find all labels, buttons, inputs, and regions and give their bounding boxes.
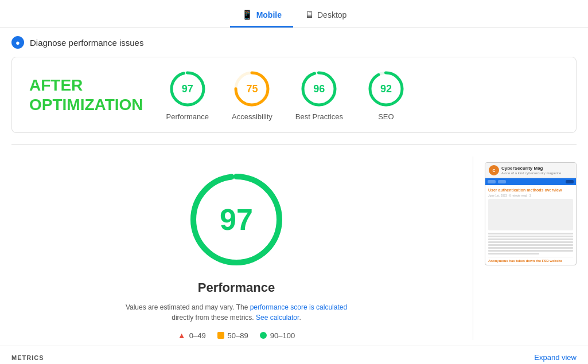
scores-row: 97 Performance 75 Accessibility [166, 69, 406, 121]
big-circle: 97 [185, 168, 288, 271]
legend-row: ▲ 0–49 50–89 90–100 [178, 331, 295, 340]
left-panel: 97 Performance Values are estimated and … [11, 156, 461, 340]
calculator-link[interactable]: See calculator [256, 314, 299, 322]
preview-nav [485, 178, 576, 185]
score-num-accessibility: 75 [246, 83, 258, 95]
vertical-divider [473, 156, 473, 340]
diagnose-icon: ● [11, 36, 24, 49]
preview-site-sub: A one of a kind cybersecurity magazine [501, 171, 561, 175]
square-icon [217, 332, 224, 339]
tab-mobile-label: Mobile [256, 10, 282, 19]
perf-score-link[interactable]: performance score is calculated [250, 303, 347, 311]
metrics-footer: METRICS Expand view [0, 346, 588, 364]
circle-accessibility: 75 [232, 69, 272, 109]
preview-footer-link: Anonymous has taken down the FSB website [488, 257, 573, 263]
expand-view-link[interactable]: Expand view [534, 353, 577, 362]
preview-text-lines [488, 233, 573, 255]
circle-best-practices: 96 [299, 69, 339, 109]
preview-headline: User authentication methods overview [488, 187, 573, 193]
score-num-seo: 92 [380, 83, 392, 95]
values-note: Values are estimated and may vary. The p… [126, 302, 347, 323]
preview-meta: June 1st, 2023 · 8 minute read · 3 [488, 194, 573, 197]
nav-dot-2 [498, 180, 506, 183]
desktop-icon: 🖥 [305, 10, 314, 20]
metrics-label: METRICS [11, 354, 44, 361]
legend-green: 90–100 [260, 331, 295, 340]
optimization-card: AFTER OPTIMIZATION 97 Performance 75 [11, 57, 577, 133]
circle-performance: 97 [168, 69, 208, 109]
preview-logo: C [489, 165, 499, 175]
triangle-icon: ▲ [178, 331, 186, 340]
legend-orange: 50–89 [217, 331, 248, 340]
legend-range-red: 0–49 [189, 331, 206, 340]
tab-desktop[interactable]: 🖥 Desktop [293, 5, 358, 28]
right-panel: C CyberSecurity Mag A one of a kind cybe… [485, 156, 577, 340]
score-item-seo: 92 SEO [366, 69, 406, 121]
legend-range-green: 90–100 [270, 331, 295, 340]
mobile-icon: 📱 [242, 9, 253, 20]
score-item-best-practices: 96 Best Practices [295, 69, 343, 121]
diagnose-text: Diagnose performance issues [30, 38, 143, 48]
score-label-seo: SEO [378, 112, 394, 121]
score-item-performance: 97 Performance [166, 69, 209, 121]
website-preview: C CyberSecurity Mag A one of a kind cybe… [485, 162, 577, 265]
circle-seo: 92 [366, 69, 406, 109]
tab-mobile[interactable]: 📱 Mobile [230, 5, 293, 28]
performance-label: Performance [198, 280, 275, 295]
score-num-best-practices: 96 [313, 83, 325, 95]
opt-title: AFTER OPTIMIZATION [29, 76, 143, 114]
legend-red: ▲ 0–49 [178, 331, 206, 340]
preview-site-name: CyberSecurity Mag [501, 166, 561, 171]
legend-range-orange: 50–89 [228, 331, 248, 340]
nav-dot-1 [488, 180, 496, 183]
main-content: 97 Performance Values are estimated and … [0, 145, 588, 340]
score-label-best-practices: Best Practices [295, 112, 343, 121]
nav-btn [566, 180, 574, 183]
preview-image [488, 199, 573, 230]
score-num-performance: 97 [182, 83, 193, 95]
score-item-accessibility: 75 Accessibility [232, 69, 272, 121]
circle-icon [260, 332, 267, 339]
score-label-accessibility: Accessibility [232, 112, 272, 121]
tab-desktop-label: Desktop [317, 10, 346, 19]
big-score-value: 97 [220, 202, 253, 237]
preview-body: User authentication methods overview Jun… [485, 185, 576, 265]
tabs-bar: 📱 Mobile 🖥 Desktop [0, 0, 588, 28]
preview-header: C CyberSecurity Mag A one of a kind cybe… [485, 163, 576, 178]
score-label-performance: Performance [166, 112, 209, 121]
diagnose-row: ● Diagnose performance issues [0, 28, 588, 57]
